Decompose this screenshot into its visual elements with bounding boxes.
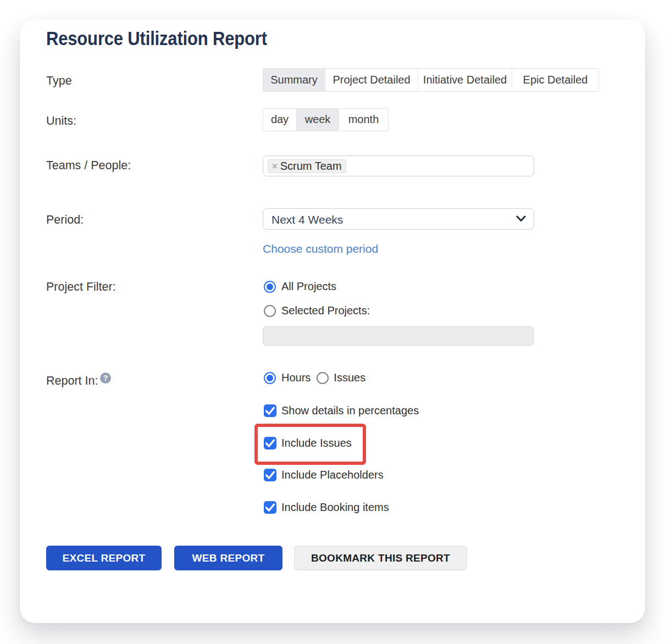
units-option-month[interactable]: month: [339, 109, 388, 131]
issues-label: Issues: [334, 371, 365, 384]
checkmark-icon: [264, 404, 276, 417]
units-option-week[interactable]: week: [297, 109, 339, 131]
type-option-summary[interactable]: Summary: [263, 69, 325, 91]
web-report-button[interactable]: WEB REPORT: [174, 546, 282, 570]
units-label: Units:: [46, 115, 76, 127]
include-placeholders-label: Include Placeholders: [281, 469, 384, 481]
type-option-project-detailed[interactable]: Project Detailed: [325, 69, 418, 91]
period-label: Period:: [46, 214, 84, 226]
selected-projects-radio[interactable]: [264, 305, 276, 317]
show-details-label: Show details in percentages: [281, 404, 419, 417]
report-in-radios: Hours Issues: [264, 371, 365, 384]
team-tag-label: Scrum Team: [280, 160, 342, 173]
report-in-label: Report In:: [46, 375, 98, 387]
units-option-day[interactable]: day: [263, 109, 297, 131]
issues-radio[interactable]: [317, 372, 329, 384]
checkmark-icon: [264, 501, 276, 514]
include-booking-checkbox[interactable]: [264, 501, 276, 514]
page-title: Resource Utilization Report: [46, 29, 267, 48]
teams-people-label: Teams / People:: [46, 160, 131, 172]
hours-label: Hours: [281, 371, 311, 384]
selected-projects-input[interactable]: [263, 326, 534, 346]
include-booking-row: Include Booking items: [264, 501, 389, 514]
selected-projects-label: Selected Projects:: [281, 304, 370, 317]
all-projects-radio[interactable]: [264, 281, 276, 293]
help-icon[interactable]: ?: [100, 373, 111, 384]
hours-radio[interactable]: [264, 372, 276, 384]
show-details-row: Show details in percentages: [264, 404, 419, 417]
teams-people-input[interactable]: × Scrum Team: [263, 156, 534, 176]
type-label: Type: [46, 75, 72, 87]
project-filter-label: Project Filter:: [46, 281, 116, 293]
choose-custom-period-link[interactable]: Choose custom period: [263, 243, 378, 254]
selected-projects-radio-row: Selected Projects:: [264, 304, 370, 317]
include-booking-label: Include Booking items: [281, 501, 389, 514]
checkmark-icon: [264, 469, 276, 481]
type-segmented-control: Summary Project Detailed Initiative Deta…: [263, 68, 599, 92]
chevron-down-icon: [516, 215, 526, 222]
highlight-annotation-box: [254, 424, 366, 465]
units-segmented-control: day week month: [263, 108, 389, 131]
period-select-value: Next 4 Weeks: [271, 213, 343, 226]
all-projects-radio-row: All Projects: [264, 280, 336, 293]
report-form-card: Resource Utilization Report Type Summary…: [20, 19, 645, 623]
include-placeholders-row: Include Placeholders: [264, 469, 384, 481]
type-option-epic-detailed[interactable]: Epic Detailed: [512, 69, 598, 91]
team-tag: × Scrum Team: [268, 159, 346, 173]
show-details-checkbox[interactable]: [264, 404, 276, 417]
period-select[interactable]: Next 4 Weeks: [263, 208, 534, 230]
excel-report-button[interactable]: EXCEL REPORT: [46, 546, 162, 570]
bookmark-report-button[interactable]: BOOKMARK THIS REPORT: [294, 546, 467, 570]
remove-tag-icon[interactable]: ×: [271, 160, 278, 171]
all-projects-label: All Projects: [281, 280, 336, 293]
type-option-initiative-detailed[interactable]: Initiative Detailed: [418, 69, 512, 91]
include-placeholders-checkbox[interactable]: [264, 469, 276, 481]
